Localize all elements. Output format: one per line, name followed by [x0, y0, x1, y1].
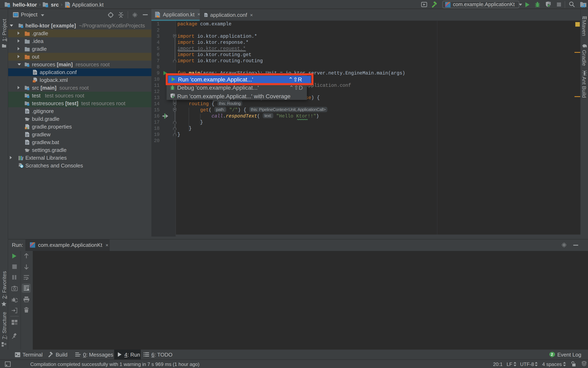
svg-text:<>: <>: [33, 80, 36, 83]
svg-text:2: 2: [551, 352, 553, 356]
